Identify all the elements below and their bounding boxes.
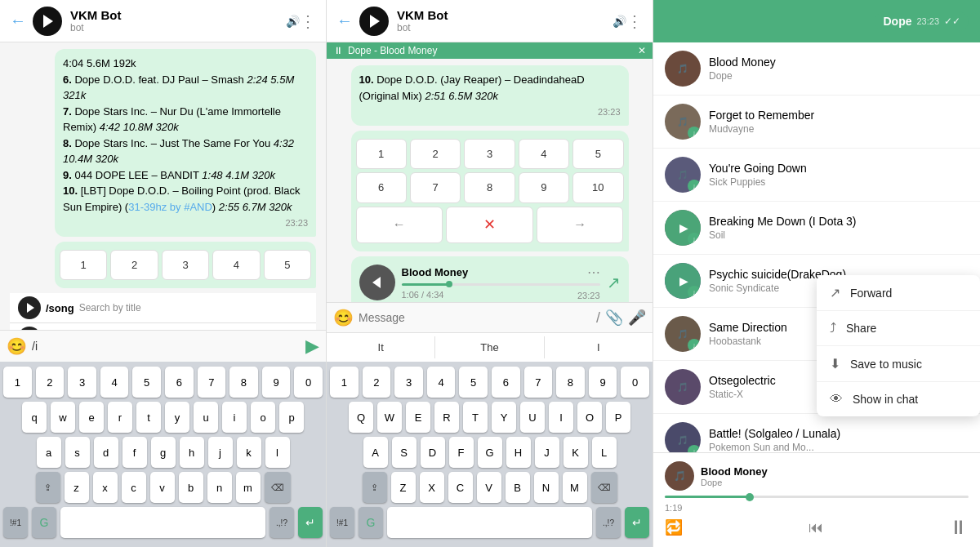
mid-autocomplete-i[interactable]: I	[545, 336, 653, 358]
left-key-x[interactable]: x	[93, 472, 118, 503]
left-key-8[interactable]: 8	[229, 367, 258, 398]
mid-key-C[interactable]: C	[448, 472, 473, 503]
mid-numpad-7[interactable]: 7	[410, 172, 461, 203]
left-key-special1[interactable]: !#1	[3, 507, 28, 538]
mid-key-backspace[interactable]: ⌫	[591, 472, 617, 503]
mid-numpad-4[interactable]: 4	[519, 139, 569, 170]
mid-notif-close[interactable]: ✕	[638, 45, 646, 56]
right-ctrl-repeat[interactable]: 🔁	[665, 518, 683, 536]
left-emoji-button[interactable]: 😊	[7, 336, 27, 356]
mid-nav-next[interactable]: →	[537, 207, 624, 243]
left-key-j[interactable]: j	[208, 437, 233, 468]
left-key-backspace[interactable]: ⌫	[265, 472, 291, 503]
mid-numpad-6[interactable]: 6	[356, 172, 407, 203]
right-progress-bar[interactable]	[665, 496, 969, 498]
mid-key-A[interactable]: A	[363, 437, 388, 468]
left-key-l[interactable]: l	[265, 437, 290, 468]
left-numpad-2[interactable]: 2	[110, 250, 158, 281]
left-key-t[interactable]: t	[136, 402, 161, 433]
left-key-n[interactable]: n	[207, 472, 232, 503]
left-numpad-1[interactable]: 1	[60, 250, 107, 281]
mid-key-D[interactable]: D	[421, 437, 445, 468]
ctx-save-music[interactable]: ⬇ Save to music	[817, 346, 980, 382]
mid-key-g-icon[interactable]: G	[359, 507, 383, 538]
left-key-w[interactable]: w	[51, 402, 75, 433]
left-key-3[interactable]: 3	[68, 367, 96, 398]
left-key-g[interactable]: g	[151, 437, 176, 468]
ctx-show-chat[interactable]: 👁 Show in chat	[817, 382, 980, 416]
mid-autocomplete-it[interactable]: It	[327, 336, 435, 358]
mid-key-X[interactable]: X	[420, 472, 444, 503]
mid-key-Y[interactable]: Y	[492, 402, 516, 433]
mid-key-5[interactable]: 5	[459, 367, 488, 398]
mid-numpad-3[interactable]: 3	[464, 139, 514, 170]
mid-key-Q[interactable]: Q	[349, 402, 373, 433]
list-item[interactable]: 🎵 ↓ You're Going Down Sick Puppies	[653, 149, 980, 202]
left-key-q[interactable]: q	[22, 402, 47, 433]
mid-nav-prev[interactable]: ←	[356, 207, 443, 243]
left-numpad-3[interactable]: 3	[162, 250, 209, 281]
mid-player-menu[interactable]: ⋯	[587, 265, 600, 280]
mid-key-2[interactable]: 2	[363, 367, 391, 398]
mid-slash-button[interactable]: /	[596, 309, 600, 327]
left-key-4[interactable]: 4	[100, 367, 129, 398]
mid-back-button[interactable]: ←	[336, 11, 353, 30]
mid-key-7[interactable]: 7	[524, 367, 553, 398]
mid-dots-button[interactable]: ⋮	[626, 11, 643, 31]
mid-key-4[interactable]: 4	[427, 367, 456, 398]
left-key-s[interactable]: s	[65, 437, 90, 468]
left-message-input[interactable]	[32, 340, 301, 353]
left-key-v[interactable]: v	[150, 472, 175, 503]
left-key-7[interactable]: 7	[198, 367, 226, 398]
mid-key-T[interactable]: T	[463, 402, 488, 433]
right-ctrl-play[interactable]: ⏸	[949, 516, 969, 539]
mid-key-G[interactable]: G	[478, 437, 502, 468]
ctx-share[interactable]: ⤴ Share	[817, 311, 980, 346]
mid-key-O[interactable]: O	[577, 402, 602, 433]
mid-key-B[interactable]: B	[506, 472, 530, 503]
left-key-g-icon[interactable]: G	[32, 507, 56, 538]
left-key-h[interactable]: h	[180, 437, 204, 468]
left-key-space[interactable]	[60, 507, 265, 538]
left-key-i[interactable]: i	[222, 402, 247, 433]
mid-numpad-5[interactable]: 5	[572, 139, 623, 170]
right-ctrl-prev[interactable]: ⏮	[808, 519, 823, 536]
mid-numpad-9[interactable]: 9	[519, 172, 569, 203]
mid-numpad-2[interactable]: 2	[410, 139, 461, 170]
mid-player-forward-btn[interactable]: ↗	[607, 273, 621, 292]
mid-key-enter[interactable]: ↵	[625, 507, 649, 538]
mid-emoji-button[interactable]: 😊	[333, 308, 354, 327]
mid-key-6[interactable]: 6	[492, 367, 520, 398]
mid-key-U[interactable]: U	[520, 402, 545, 433]
left-key-period[interactable]: .,!?	[270, 507, 294, 538]
mid-key-P[interactable]: P	[606, 402, 630, 433]
left-key-b[interactable]: b	[179, 472, 203, 503]
left-key-6[interactable]: 6	[165, 367, 194, 398]
left-key-f[interactable]: f	[122, 437, 147, 468]
mid-key-R[interactable]: R	[434, 402, 459, 433]
left-numpad-5[interactable]: 5	[264, 250, 311, 281]
mid-mic-button[interactable]: 🎤	[628, 309, 646, 327]
left-key-enter[interactable]: ↵	[298, 507, 323, 538]
mid-nav-close[interactable]: ✕	[446, 207, 533, 243]
mid-key-J[interactable]: J	[535, 437, 559, 468]
mid-key-special1[interactable]: !#1	[330, 507, 354, 538]
mid-key-1[interactable]: 1	[330, 367, 359, 398]
left-back-button[interactable]: ←	[10, 11, 26, 30]
left-key-r[interactable]: r	[108, 402, 132, 433]
left-key-o[interactable]: o	[251, 402, 275, 433]
mid-numpad-1[interactable]: 1	[356, 139, 407, 170]
ctx-forward[interactable]: ↗ Forward	[817, 275, 980, 311]
mid-key-H[interactable]: H	[506, 437, 531, 468]
left-key-e[interactable]: e	[79, 402, 104, 433]
left-key-c[interactable]: c	[122, 472, 146, 503]
left-key-2[interactable]: 2	[36, 367, 65, 398]
mid-key-N[interactable]: N	[534, 472, 559, 503]
mid-key-I[interactable]: I	[549, 402, 573, 433]
mid-key-W[interactable]: W	[377, 402, 402, 433]
left-key-y[interactable]: y	[165, 402, 189, 433]
mid-key-L[interactable]: L	[592, 437, 617, 468]
left-song-play-btn[interactable]	[18, 296, 41, 319]
mid-key-9[interactable]: 9	[589, 367, 617, 398]
list-item[interactable]: ▶ ↓ Breaking Me Down (I Dota 3) Soil	[653, 202, 980, 255]
